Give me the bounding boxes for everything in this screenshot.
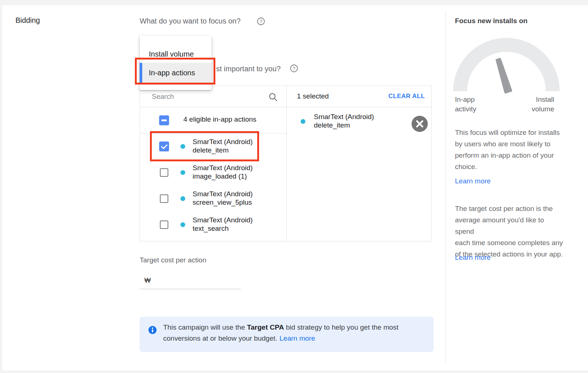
section-title-bidding: Bidding — [15, 16, 40, 25]
selected-event-name: delete_item — [314, 121, 374, 129]
sidebar-heading: Focus new installs on — [455, 17, 527, 25]
action-event-name: image_loaded (1) — [193, 172, 253, 180]
sidebar-learn-more-link-2[interactable]: Learn more — [455, 254, 491, 262]
select-all-row[interactable]: 4 eligible in-app actions — [140, 107, 286, 133]
target-cpa-input[interactable] — [154, 275, 237, 288]
checkbox-checked[interactable] — [159, 141, 169, 151]
search-input[interactable] — [152, 91, 262, 102]
action-app-name: SmarText (Android) — [193, 164, 253, 172]
event-dot-icon — [180, 144, 185, 149]
selected-app-name: SmarText (Android) — [314, 112, 374, 121]
info-icon — [148, 326, 157, 334]
action-item-text: SmarText (Android) text_search — [193, 216, 253, 233]
focus-question-label: What do you want to focus on? — [140, 17, 241, 25]
action-row-screen-view-5plus[interactable]: SmarText (Android) screen_view_5plus — [140, 186, 286, 212]
bidding-settings-page: Bidding What do you want to focus on? ? … — [0, 0, 588, 373]
action-item-text: SmarText (Android) screen_view_5plus — [193, 190, 253, 207]
select-all-checkbox-indeterminate[interactable] — [159, 115, 169, 125]
help-icon[interactable]: ? — [290, 64, 298, 72]
action-row-text-search[interactable]: SmarText (Android) text_search — [140, 212, 286, 238]
svg-text:?: ? — [259, 19, 262, 24]
currency-symbol-won: ₩ — [144, 277, 151, 284]
target-cpa-field: ₩ — [140, 274, 241, 289]
sidebar-paragraph-target-cpa: The target cost per action is the averag… — [455, 203, 564, 260]
select-all-label: 4 eligible in-app actions — [183, 115, 257, 123]
event-dot-icon — [180, 196, 185, 201]
in-app-actions-picker: 4 eligible in-app actions SmarText (Andr… — [140, 86, 432, 241]
banner-learn-more-link[interactable]: Learn more — [280, 334, 315, 342]
checkbox-unchecked[interactable] — [160, 168, 168, 177]
gauge-label-in-app-activity: In-app activity — [455, 95, 476, 114]
in-app-actions-question-fragment: st important to you? — [216, 65, 281, 73]
action-app-name: SmarText (Android) — [193, 137, 253, 146]
banner-text-bold: Target CPA — [247, 323, 284, 331]
actions-list-pane: 4 eligible in-app actions SmarText (Andr… — [140, 86, 286, 241]
checkbox-unchecked[interactable] — [160, 220, 168, 229]
selected-actions-pane: 1 selected CLEAR ALL SmarText (Android) … — [286, 86, 432, 241]
help-icon[interactable]: ? — [257, 17, 265, 25]
banner-message: This campaign will use the Target CPA bi… — [163, 322, 424, 344]
gauge-label-install-volume: Install volume — [532, 95, 554, 114]
action-item-text: SmarText (Android) image_loaded (1) — [193, 164, 253, 180]
action-row-image-loaded[interactable]: SmarText (Android) image_loaded (1) — [140, 159, 286, 186]
event-dot-icon — [301, 119, 305, 124]
event-dot-icon — [180, 170, 185, 175]
sidebar-learn-more-link-1[interactable]: Learn more — [455, 177, 491, 185]
clear-all-button[interactable]: CLEAR ALL — [388, 93, 425, 100]
sidebar-divider — [445, 11, 446, 363]
action-event-name: screen_view_5plus — [193, 198, 253, 207]
selected-item-text: SmarText (Android) delete_item — [314, 112, 374, 129]
target-cpa-label: Target cost per action — [140, 256, 207, 264]
event-dot-icon — [180, 222, 185, 227]
action-event-name: text_search — [193, 224, 253, 233]
action-app-name: SmarText (Android) — [193, 216, 253, 224]
action-event-name: delete_item — [193, 146, 253, 154]
dropdown-option-install-volume[interactable]: Install volume — [140, 45, 212, 63]
focus-gauge — [453, 35, 560, 94]
search-icon — [268, 92, 278, 102]
checkbox-unchecked[interactable] — [160, 194, 168, 203]
action-item-text: SmarText (Android) delete_item — [193, 137, 253, 154]
focus-dropdown-menu: Install volume In-app actions — [140, 36, 212, 90]
selected-header: 1 selected CLEAR ALL — [287, 86, 432, 107]
svg-text:?: ? — [293, 66, 295, 71]
selected-count-label: 1 selected — [297, 92, 329, 100]
sidebar-paragraph-focus: This focus will optimize for installs by… — [455, 127, 564, 172]
bid-strategy-info-banner: This campaign will use the Target CPA bi… — [140, 317, 434, 352]
banner-text-pre: This campaign will use the — [163, 323, 247, 331]
action-row-delete-item[interactable]: SmarText (Android) delete_item — [140, 133, 286, 159]
dropdown-option-in-app-actions[interactable]: In-app actions — [140, 63, 212, 83]
action-app-name: SmarText (Android) — [193, 190, 253, 198]
gauge-needle — [497, 59, 511, 93]
remove-selected-button[interactable] — [411, 115, 428, 132]
